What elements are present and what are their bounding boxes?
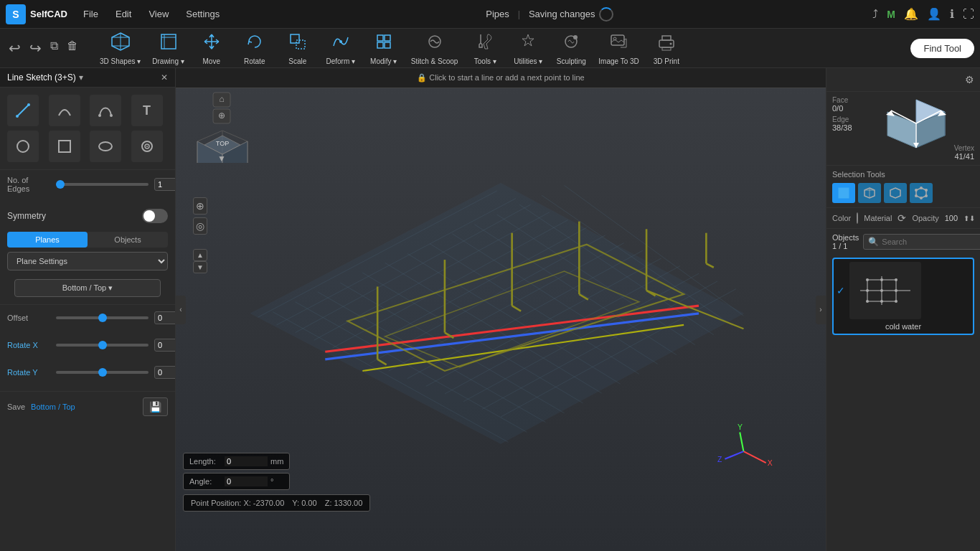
symmetry-toggle[interactable] (142, 209, 168, 223)
st-edges-btn[interactable] (884, 183, 907, 203)
tools-bar: 3D Shapes ▾ Drawing ▾ Move Rotate (94, 29, 909, 68)
left-panel: Line Sketch (3+S) ▾ ✕ T (0, 68, 176, 551)
panel-close-button[interactable]: ✕ (161, 72, 168, 83)
menu-edit[interactable]: Edit (108, 6, 138, 22)
sketch-tool-bezier[interactable] (90, 95, 121, 126)
tool-utilities[interactable]: Utilities ▾ (507, 29, 550, 68)
tab-planes[interactable]: Planes (7, 232, 88, 248)
color-picker[interactable] (857, 212, 858, 224)
angle-unit: ° (270, 477, 273, 486)
pan-down[interactable]: ▼ (193, 261, 207, 273)
drawing-icon (159, 32, 179, 56)
opacity-value: 100 (945, 214, 958, 222)
edge-info: Edge 38/38 (832, 116, 852, 132)
stitch-scoop-icon (425, 32, 445, 56)
tool-3d-shapes[interactable]: 3D Shapes ▾ (94, 29, 146, 68)
redo-button[interactable]: ↪ (27, 37, 44, 60)
offset-input[interactable] (154, 311, 176, 324)
tool-scale[interactable]: Scale (276, 29, 319, 68)
tool-rotate[interactable]: Rotate (233, 29, 276, 68)
menu-view[interactable]: View (141, 6, 176, 22)
sketch-tool-polyline[interactable] (131, 131, 163, 162)
tool-stitch-scoop[interactable]: Stitch & Scoop (405, 29, 464, 68)
object-item-cold-water[interactable]: ✓ (832, 258, 974, 335)
st-cubes-btn[interactable] (858, 183, 881, 203)
rotate-y-section: Rotate Y ▲ ▼ (0, 364, 175, 391)
opacity-spinner[interactable]: ⬆⬇ (963, 215, 975, 222)
sketch-tool-rect[interactable] (49, 131, 80, 162)
sketch-tool-curve[interactable] (49, 95, 80, 126)
menu-settings[interactable]: Settings (179, 6, 227, 22)
panel-title: Line Sketch (3+S) ▾ (7, 72, 83, 83)
edges-row: No. of Edges ▲ ▼ (7, 176, 168, 193)
rotate-y-slider[interactable] (56, 371, 149, 374)
st-vertices-btn[interactable] (910, 183, 933, 203)
stitch-scoop-label: Stitch & Scoop (411, 57, 458, 65)
image-to-3d-icon (609, 32, 629, 56)
color-material-section: Color Material ⟳ Opacity 100 ⬆⬇ (826, 208, 980, 229)
edges-label: No. of Edges (7, 176, 50, 193)
zoom-icon[interactable]: ◎ (193, 217, 207, 235)
tool-deform[interactable]: Deform ▾ (319, 29, 362, 68)
pan-up[interactable]: ▲ (193, 249, 207, 261)
sketch-tool-ellipse[interactable] (90, 131, 121, 162)
symmetry-label: Symmetry (7, 211, 46, 221)
account-icon[interactable]: 👤 (927, 7, 941, 21)
angle-input[interactable] (225, 476, 268, 486)
tool-drawing[interactable]: Drawing ▾ (146, 29, 189, 68)
material-icon[interactable]: ⟳ (897, 212, 906, 224)
tab-objects[interactable]: Objects (88, 232, 168, 248)
notification-icon[interactable]: 🔔 (904, 7, 918, 21)
tool-image-to-3d[interactable]: Image To 3D (593, 29, 645, 68)
length-input[interactable] (225, 456, 268, 466)
plane-settings-dropdown[interactable]: Plane Settings (7, 252, 168, 270)
scale-label: Scale (288, 57, 306, 65)
vertex-value: 41/41 (954, 152, 974, 161)
sketch-tool-line[interactable] (7, 95, 39, 126)
offset-slider[interactable] (56, 316, 149, 319)
svg-text:X: X (768, 458, 773, 467)
svg-point-22 (669, 42, 672, 44)
pan-icon[interactable]: ⊕ (193, 197, 207, 215)
svg-text:⊕: ⊕ (218, 110, 225, 121)
vertex-info: Vertex 41/41 (954, 144, 974, 161)
tool-3d-print[interactable]: 3D Print (645, 29, 688, 68)
user-m-icon[interactable]: M (887, 9, 895, 20)
menu-right: ⤴ M 🔔 👤 ℹ ⛶ (872, 7, 974, 21)
tool-sculpting[interactable]: Sculpting (550, 29, 593, 68)
symmetry-row: Symmetry (0, 204, 175, 227)
rp-settings-icon[interactable]: ⚙ (965, 74, 974, 85)
plane-settings-row: Plane Settings (7, 252, 168, 270)
svg-text:▼: ▼ (217, 154, 226, 163)
tool-tools[interactable]: Tools ▾ (463, 29, 507, 68)
svg-point-130 (895, 278, 897, 281)
rotate-x-input[interactable] (154, 339, 176, 352)
rotate-x-slider[interactable] (56, 344, 149, 347)
sketch-tool-text[interactable]: T (131, 95, 163, 126)
svg-rect-4 (161, 34, 176, 49)
find-tool-button[interactable]: Find Tool (910, 39, 974, 58)
svg-rect-12 (377, 42, 383, 48)
menu-file[interactable]: File (76, 6, 105, 22)
selection-tools-label: Selection Tools (832, 170, 974, 179)
tool-modify[interactable]: Modify ▾ (362, 29, 405, 68)
save-bottom-top-link[interactable]: Bottom / Top (31, 402, 75, 411)
undo-button[interactable]: ↩ (6, 37, 24, 60)
3d-shapes-label: 3D Shapes ▾ (100, 57, 141, 65)
fullscreen-icon[interactable]: ⛶ (963, 8, 974, 21)
delete-button[interactable]: 🗑 (64, 37, 81, 60)
edges-slider[interactable] (56, 183, 149, 186)
tool-move[interactable]: Move (190, 29, 233, 68)
bottom-top-button[interactable]: Bottom / Top ▾ (14, 279, 161, 297)
collapse-right-button[interactable]: › (816, 296, 826, 324)
info-icon[interactable]: ℹ (950, 7, 954, 21)
save-icon-button[interactable]: 💾 (143, 397, 168, 416)
rotate-y-input[interactable] (154, 366, 176, 379)
copy-button[interactable]: ⧉ (47, 37, 61, 60)
search-input[interactable] (882, 237, 980, 246)
edges-input[interactable] (154, 178, 176, 191)
sketch-tool-circle[interactable] (7, 131, 39, 162)
collapse-left-button[interactable]: ‹ (176, 296, 186, 324)
share-icon[interactable]: ⤴ (872, 8, 878, 21)
st-faces-btn[interactable] (832, 183, 855, 203)
